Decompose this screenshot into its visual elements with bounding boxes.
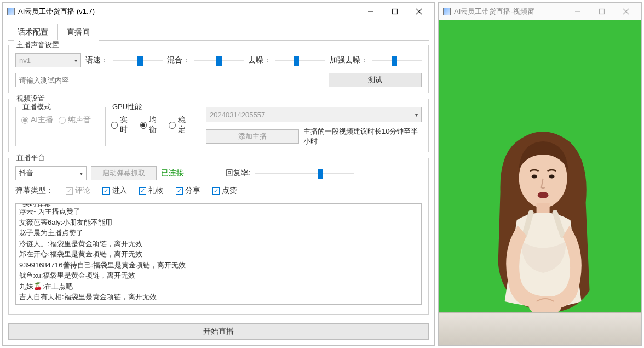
svg-point-10	[549, 175, 555, 179]
video-titlebar[interactable]: AI云员工带货直播-视频窗	[439, 3, 641, 20]
svg-rect-5	[600, 9, 605, 14]
video-group: 视频设置 直播模式 AI主播 纯声音	[8, 99, 429, 152]
minimize-button[interactable]	[566, 3, 590, 20]
close-button[interactable]	[407, 3, 431, 20]
danmu-type-like-check[interactable]: ✓点赞	[212, 186, 237, 196]
danmu-line: 赵子晨为主播点赞了	[19, 227, 418, 238]
danmu-line: 吉人自有天相:福袋里是黄金项链，离开无效	[19, 292, 418, 303]
speed-label: 语速：	[85, 55, 108, 65]
danmu-type-label: 弹幕类型：	[15, 186, 54, 196]
danmu-line: 鱿鱼xu:福袋里是黄金项链，离开无效	[19, 270, 418, 281]
tab-script-config[interactable]: 话术配置	[8, 24, 58, 41]
danmu-line: 冷链人。:福袋里是黄金项链，离开无效	[19, 238, 418, 249]
voice-select[interactable]: nv1 ▾	[15, 53, 81, 67]
voice-group-title: 主播声音设置	[14, 40, 61, 50]
reply-rate-slider[interactable]	[255, 168, 354, 178]
add-presenter-button[interactable]: 添加主播	[206, 129, 299, 144]
gpu-realtime-radio[interactable]: 实时	[111, 115, 135, 135]
gpu-stable-radio[interactable]: 稳定	[169, 115, 192, 135]
denoise-slider[interactable]	[275, 55, 325, 65]
danmu-line: 艾薇芭蒂6aly:小朋友能不能用	[19, 217, 418, 228]
desk-surface	[439, 312, 641, 345]
main-window-title: AI云员工带货直播 (v1.7)	[18, 7, 359, 16]
danmu-type-enter-check[interactable]: ✓进入	[102, 186, 127, 196]
connection-status: 已连接	[161, 168, 184, 178]
strong-denoise-slider[interactable]	[372, 55, 422, 65]
chevron-down-icon: ▾	[74, 58, 77, 64]
tab-live-room[interactable]: 直播间	[58, 24, 99, 41]
reply-rate-label: 回复率:	[226, 168, 251, 178]
live-mode-subgroup: 直播模式 AI主播 纯声音	[15, 107, 97, 146]
mix-label: 混合：	[167, 55, 190, 65]
danmu-type-gift-check[interactable]: ✓礼物	[139, 186, 164, 196]
capture-danmu-button[interactable]: 启动弹幕抓取	[91, 166, 157, 180]
mix-slider[interactable]	[194, 55, 244, 65]
presenter-hint: 主播的一段视频建议时长10分钟至半小时	[303, 127, 422, 146]
live-mode-title: 直播模式	[20, 102, 53, 112]
preset-select-value: 20240314205557	[210, 111, 265, 119]
main-titlebar[interactable]: AI云员工带货直播 (v1.7)	[3, 3, 434, 20]
danmu-type-share-check[interactable]: ✓分享	[176, 186, 200, 196]
close-button[interactable]	[614, 3, 638, 20]
danmu-type-comment-check[interactable]: ✓评论	[66, 186, 90, 196]
mode-voice-only-radio[interactable]: 纯声音	[59, 115, 91, 125]
strong-denoise-label: 加强去噪：	[330, 55, 368, 65]
video-window-title: AI云员工带货直播-视频窗	[454, 7, 566, 16]
denoise-label: 去噪：	[248, 55, 271, 65]
danmu-line: 93991684716善待自己:福袋里是黄金项链，离开无效	[19, 260, 418, 271]
preset-select[interactable]: 20240314205557 ▾	[206, 107, 422, 122]
maximize-button[interactable]	[383, 3, 407, 20]
tabs: 话术配置 直播间	[8, 24, 429, 41]
minimize-button[interactable]	[359, 3, 383, 20]
main-window: AI云员工带货直播 (v1.7) 话术配置 直播间 主播声音设置	[2, 2, 435, 346]
presenter-avatar	[467, 126, 620, 329]
platform-select[interactable]: 抖音 ▾	[15, 166, 87, 180]
danmu-log[interactable]: 实时弹幕 浮云~为主播点赞了艾薇芭蒂6aly:小朋友能不能用赵子晨为主播点赞了冷…	[15, 203, 422, 305]
video-area	[439, 20, 641, 345]
danmu-line: 郑在开心:福袋里是黄金项链，离开无效	[19, 249, 418, 260]
danmu-line: 九妹🍒:在上点吧	[19, 281, 418, 292]
svg-point-11	[538, 192, 549, 198]
gpu-balanced-radio[interactable]: 均衡	[140, 115, 164, 135]
platform-select-value: 抖音	[19, 168, 33, 178]
voice-group: 主播声音设置 nv1 ▾ 语速： 混合： 去噪： 加强去噪：	[8, 45, 429, 93]
chevron-down-icon: ▾	[415, 112, 418, 118]
danmu-line: 杨哥:带你去旅游:福袋里是黄金项链，离开无效	[19, 303, 418, 305]
danmu-legend: 实时弹幕	[20, 203, 53, 209]
platform-group-title: 直播平台	[14, 153, 47, 163]
svg-point-9	[532, 175, 537, 179]
app-icon	[7, 8, 15, 15]
danmu-line: 浮云~为主播点赞了	[19, 206, 418, 217]
svg-rect-1	[393, 9, 398, 14]
start-live-button[interactable]: 开始直播	[8, 323, 429, 340]
gpu-perf-title: GPU性能	[110, 102, 144, 112]
green-screen	[439, 20, 641, 345]
gpu-perf-subgroup: GPU性能 实时 均衡 稳定	[105, 107, 198, 146]
mode-ai-presenter-radio[interactable]: AI主播	[21, 115, 53, 125]
test-input[interactable]	[15, 73, 324, 87]
platform-group: 直播平台 抖音 ▾ 启动弹幕抓取 已连接 回复率: 弹幕类型： ✓评论 ✓进入	[8, 158, 429, 315]
maximize-button[interactable]	[590, 3, 614, 20]
test-button[interactable]: 测试	[329, 73, 422, 87]
chevron-down-icon: ▾	[80, 170, 83, 176]
app-icon	[443, 8, 451, 15]
voice-select-value: nv1	[19, 56, 31, 65]
speed-slider[interactable]	[113, 55, 163, 65]
video-window: AI云员工带货直播-视频窗	[438, 2, 642, 346]
